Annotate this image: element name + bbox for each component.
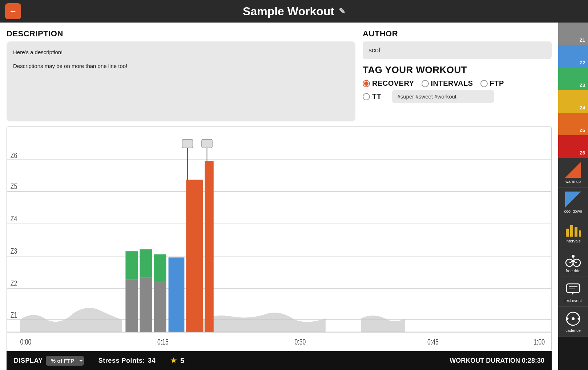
radio-tt [363,93,370,100]
intervals-icon [565,221,581,237]
textevent-btn[interactable]: text event [558,277,588,307]
svg-point-40 [572,255,575,258]
svg-text:Z4: Z4 [11,214,17,223]
zone-z4[interactable]: Z4 [558,90,588,113]
svg-text:0:45: 0:45 [427,337,439,346]
display-label: DISPLAY [14,357,43,365]
duration-text: WORKOUT DURATION [450,357,520,364]
svg-text:0:00: 0:00 [20,337,32,346]
description-line-2: Descriptions may be on more than one lin… [13,62,349,71]
bottom-bar: DISPLAY % of FTP Watts Stress Points: 34… [7,351,552,370]
svg-rect-20 [186,180,203,332]
svg-rect-13 [125,279,138,332]
zone-z3-label: Z3 [580,83,585,88]
svg-text:Z5: Z5 [11,182,17,191]
tag-ftp-label: FTP [490,79,504,88]
stress-section: Stress Points: 34 [98,357,156,365]
tag-options: RECOVERY INTERVALS FTP [363,79,552,103]
tag-title: TAG YOUR WORKOUT [363,64,552,76]
svg-rect-18 [154,254,166,282]
freeride-btn[interactable]: free ride [558,247,588,277]
center-area: DESCRIPTION Here's a description! Descri… [0,23,558,370]
description-text-box: Here's a description! Descriptions may b… [7,41,355,121]
author-label: AUTHOR [363,29,552,39]
zone-z6-label: Z6 [580,150,585,156]
svg-text:Z1: Z1 [11,311,17,319]
duration-value: 0:28:30 [522,357,544,364]
zone-z3[interactable]: Z3 [558,68,588,90]
svg-rect-21 [205,161,213,332]
main-content: DESCRIPTION Here's a description! Descri… [0,23,588,370]
tag-recovery[interactable]: RECOVERY [363,79,414,88]
svg-marker-52 [567,317,569,321]
cadence-icon [565,311,581,327]
svg-rect-19 [169,257,185,332]
tag-ftp[interactable]: FTP [480,79,504,88]
zone-z5-label: Z5 [580,128,585,133]
description-line-1: Here's a description! [13,48,349,57]
back-arrow-icon: ← [9,7,17,16]
svg-rect-45 [567,284,580,293]
warmup-label: warm up [565,179,581,184]
hashtag-input[interactable] [392,90,494,103]
author-input[interactable] [363,41,552,59]
tag-section: TAG YOUR WORKOUT RECOVERY [363,64,552,103]
tag-row-1: RECOVERY INTERVALS FTP [363,79,552,88]
zone-z6[interactable]: Z6 [558,135,588,158]
zone-z5[interactable]: Z5 [558,113,588,135]
stress-value: 34 [148,357,156,365]
svg-rect-25 [202,139,212,148]
cooldown-icon [565,192,581,208]
cooldown-btn[interactable]: cool down [558,188,588,217]
cooldown-label: cool down [564,209,582,213]
freeride-label: free ride [566,269,580,273]
cadence-btn[interactable]: cadence [558,307,588,337]
svg-rect-14 [140,277,152,332]
workout-title: Sample Workout [243,5,334,18]
svg-rect-15 [154,282,166,332]
display-dropdown[interactable]: % of FTP Watts [46,356,84,366]
radio-recovery [363,80,370,87]
zone-z2[interactable]: Z2 [558,45,588,68]
svg-rect-17 [140,249,152,277]
stress-label: Stress Points: [98,357,145,365]
star-icon: ★ [170,356,177,365]
duration-label: WORKOUT DURATION 0:28:30 [450,357,544,365]
top-section: DESCRIPTION Here's a description! Descri… [7,29,552,121]
svg-point-50 [572,317,575,320]
warmup-btn[interactable]: warm up [558,158,588,188]
radio-ftp [480,80,488,87]
warmup-icon [565,162,581,178]
svg-text:1:00: 1:00 [533,337,545,346]
zone-z2-label: Z2 [580,60,585,65]
tag-tt-label: TT [372,92,381,101]
svg-rect-37 [579,230,581,237]
description-label: DESCRIPTION [7,29,355,39]
textevent-icon [565,281,581,297]
svg-text:0:15: 0:15 [157,337,169,346]
workout-chart: Z6 Z5 Z4 Z3 Z2 Z1 [7,127,551,351]
cadence-label: cadence [565,328,581,333]
svg-text:0:30: 0:30 [295,337,306,346]
back-button[interactable]: ← [5,3,21,19]
freeride-icon [565,251,581,267]
tag-intervals[interactable]: INTERVALS [422,79,473,88]
svg-text:Z3: Z3 [11,246,17,255]
tag-tt[interactable]: TT [363,92,381,101]
svg-rect-23 [182,139,193,148]
svg-marker-51 [577,317,580,321]
zone-z1[interactable]: Z1 [558,23,588,45]
intervals-label: intervals [566,239,581,243]
edit-icon[interactable]: ✎ [339,7,345,16]
svg-marker-32 [565,162,581,178]
tag-recovery-label: RECOVERY [372,79,414,88]
zone-z1-label: Z1 [580,37,585,43]
header: ← Sample Workout ✎ [0,0,588,23]
author-section: AUTHOR [363,29,552,59]
svg-rect-35 [570,225,573,237]
svg-marker-33 [565,192,581,208]
textevent-label: text event [564,298,582,303]
author-tags-block: AUTHOR TAG YOUR WORKOUT RECOVERY [363,29,552,121]
zone-z4-label: Z4 [580,105,585,110]
intervals-btn[interactable]: intervals [558,217,588,247]
